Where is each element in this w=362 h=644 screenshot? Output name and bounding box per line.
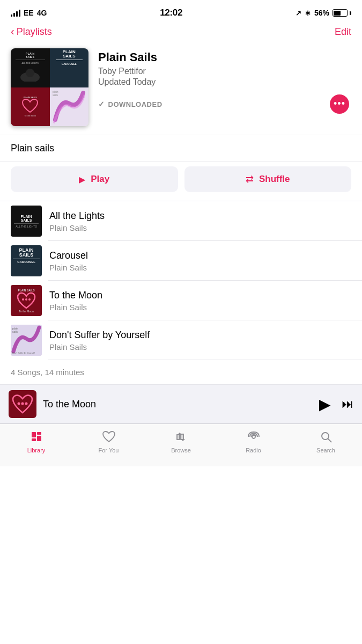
song-artist-2: Plain Sails: [49, 263, 351, 272]
np-thumb: [9, 390, 36, 418]
tab-browse[interactable]: Browse: [145, 428, 217, 453]
svg-point-13: [21, 402, 24, 405]
song-list: PLAIN SAILS ALL THE LIGHTS All the Light…: [0, 201, 362, 360]
svg-point-22: [322, 433, 329, 440]
tab-bar: Library For You Browse: [0, 423, 362, 466]
svg-rect-16: [37, 432, 41, 435]
svg-point-12: [18, 402, 20, 405]
svg-line-23: [328, 439, 331, 443]
cover-cell-1: PLAIN SAILS ALL THE LIGHTS: [11, 48, 50, 87]
svg-rect-17: [37, 436, 41, 441]
song-title-1: All the Lights: [49, 210, 351, 222]
np-play-button[interactable]: ▶: [319, 396, 331, 413]
playlist-header: PLAIN SAILS ALL THE LIGHTS PLAIN SAILS: [0, 43, 362, 135]
section-label: Plain sails: [0, 135, 362, 162]
signal-bars-icon: [11, 9, 20, 17]
song-info-4: Don't Suffer by Yourself Plain Sails: [49, 330, 351, 352]
cover-cell-4: plain sails: [50, 87, 89, 127]
tab-for-you[interactable]: For You: [72, 428, 145, 453]
now-playing-bar: To the Moon ▶ ⏭: [0, 384, 362, 423]
song-title-4: Don't Suffer by Yourself: [49, 330, 351, 341]
search-icon: [320, 430, 333, 445]
play-icon: ▶: [79, 174, 85, 185]
checkmark-icon: ✓: [98, 100, 105, 108]
battery-icon: [333, 9, 351, 17]
tab-search[interactable]: Search: [290, 428, 362, 453]
status-right: ↗ ∗ 56%: [295, 9, 351, 17]
svg-text:sails: sails: [53, 93, 58, 97]
songs-count: 4 Songs, 14 minutes: [0, 360, 362, 384]
song-title-3: To the Moon: [49, 290, 351, 301]
tab-foryou-label: For You: [99, 447, 119, 453]
location-icon: ↗: [295, 9, 301, 17]
status-left: EE 4G: [11, 9, 47, 17]
svg-rect-18: [32, 438, 36, 441]
svg-text:sails: sails: [12, 330, 18, 333]
np-skip-button[interactable]: ⏭: [342, 397, 353, 411]
song-thumb-3: PLAIN SAILS To the Moon: [11, 285, 42, 316]
library-icon: [30, 430, 43, 445]
network-label: 4G: [37, 9, 47, 17]
playlist-updated: Updated Today: [98, 77, 351, 87]
song-item-2[interactable]: PLAIN SAILS CAROUSEL Carousel Plain Sail…: [0, 241, 362, 281]
tab-browse-label: Browse: [171, 447, 191, 453]
playlist-artist: Toby Pettifor: [98, 67, 351, 76]
song-artist-1: Plain Sails: [49, 223, 351, 232]
play-label: Play: [91, 174, 109, 185]
song-artist-3: Plain Sails: [49, 303, 351, 312]
tab-radio-label: Radio: [246, 447, 261, 453]
svg-rect-15: [32, 432, 36, 437]
heart-icon: [102, 430, 115, 445]
song-thumb-1: PLAIN SAILS ALL THE LIGHTS: [11, 206, 42, 237]
song-info-1: All the Lights Plain Sails: [49, 210, 351, 232]
downloaded-row: ✓ DOWNLOADED •••: [98, 94, 351, 114]
song-item-4[interactable]: plain sails Don't Suffer by Yourself Don…: [0, 320, 362, 360]
tab-library[interactable]: Library: [0, 428, 72, 453]
shuffle-button[interactable]: ⇄ Shuffle: [184, 166, 352, 192]
action-buttons: ▶ Play ⇄ Shuffle: [0, 162, 362, 201]
browse-icon: [175, 430, 188, 445]
cover-cell-3: PLAIN SAILS To the Moon: [11, 87, 50, 127]
downloaded-label: ✓ DOWNLOADED: [98, 100, 162, 108]
playlist-title: Plain Sails: [98, 50, 351, 64]
back-button[interactable]: ‹ Playlists: [11, 26, 52, 38]
bluetooth-icon: ∗: [305, 9, 311, 17]
song-item-3[interactable]: PLAIN SAILS To the Moon To the Moon Plai…: [0, 281, 362, 320]
carrier-label: EE: [24, 9, 34, 17]
battery-percent: 56%: [314, 9, 329, 17]
shuffle-icon: ⇄: [246, 173, 254, 185]
np-controls: ▶ ⏭: [319, 396, 353, 413]
svg-point-6: [25, 298, 27, 301]
playlist-cover: PLAIN SAILS ALL THE LIGHTS PLAIN SAILS: [11, 48, 88, 126]
tab-radio[interactable]: Radio: [217, 428, 290, 453]
svg-text:Don't Suffer by Yourself: Don't Suffer by Yourself: [12, 352, 35, 354]
more-button[interactable]: •••: [330, 94, 349, 114]
svg-point-7: [28, 298, 31, 301]
svg-point-5: [22, 298, 24, 301]
nav-bar: ‹ Playlists Edit: [0, 24, 362, 43]
shuffle-label: Shuffle: [259, 174, 290, 185]
status-time: 12:02: [160, 8, 182, 18]
song-title-2: Carousel: [49, 250, 351, 261]
svg-point-1: [26, 69, 34, 77]
back-label: Playlists: [17, 26, 52, 38]
svg-point-21: [252, 435, 255, 438]
ellipsis-icon: •••: [334, 99, 345, 108]
song-info-3: To the Moon Plain Sails: [49, 290, 351, 312]
song-info-2: Carousel Plain Sails: [49, 250, 351, 272]
svg-point-14: [25, 402, 28, 405]
edit-button[interactable]: Edit: [335, 26, 351, 38]
status-bar: EE 4G 12:02 ↗ ∗ 56%: [0, 0, 362, 24]
playlist-info: Plain Sails Toby Pettifor Updated Today …: [98, 48, 351, 114]
chevron-left-icon: ‹: [11, 25, 14, 38]
song-artist-4: Plain Sails: [49, 342, 351, 352]
np-title: To the Moon: [43, 399, 313, 410]
song-thumb-2: PLAIN SAILS CAROUSEL: [11, 245, 42, 276]
radio-icon: [247, 430, 260, 445]
tab-library-label: Library: [27, 447, 46, 453]
song-item-1[interactable]: PLAIN SAILS ALL THE LIGHTS All the Light…: [0, 201, 362, 241]
song-thumb-4: plain sails Don't Suffer by Yourself: [11, 325, 42, 356]
play-button[interactable]: ▶ Play: [11, 166, 178, 192]
tab-search-label: Search: [316, 447, 335, 453]
cover-cell-2: PLAIN SAILS CAROUSEL: [50, 48, 89, 87]
